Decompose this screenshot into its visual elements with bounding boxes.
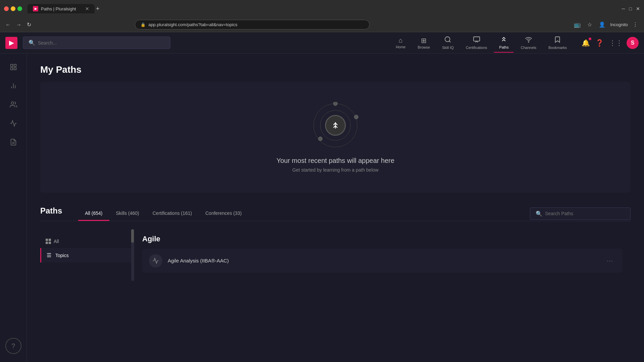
- path-card: Agile Analysis (IIBA®-AAC) ⋯: [142, 249, 623, 273]
- empty-subtitle: Get started by learning from a path belo…: [292, 167, 379, 173]
- new-tab-button[interactable]: +: [96, 5, 100, 12]
- bookmarks-icon: [554, 36, 561, 45]
- nav-browse[interactable]: ⊞ Browse: [412, 34, 435, 52]
- svg-point-3: [528, 42, 529, 42]
- help-button[interactable]: ❓: [594, 38, 605, 48]
- category-sidebar: All ☰ Topics: [40, 229, 134, 281]
- svg-rect-5: [14, 64, 16, 66]
- svg-rect-7: [14, 68, 16, 70]
- scrollbar-thumb[interactable]: [131, 229, 134, 243]
- svg-point-11: [11, 102, 13, 104]
- nav-items: ⌂ Home ⊞ Browse Skill IQ: [390, 33, 572, 53]
- channels-icon: [525, 36, 532, 45]
- svg-line-1: [449, 41, 451, 42]
- svg-point-19: [318, 137, 322, 141]
- nav-home[interactable]: ⌂ Home: [390, 34, 411, 52]
- nav-browse-label: Browse: [418, 45, 430, 49]
- logo-icon: ▶: [9, 39, 14, 47]
- nav-skillio[interactable]: Skill IQ: [437, 33, 459, 52]
- search-input[interactable]: [38, 40, 165, 46]
- content-inner: My Paths: [27, 54, 644, 292]
- path-card-icon: [149, 254, 162, 267]
- sidebar-item-team[interactable]: [5, 97, 21, 113]
- sidebar-help[interactable]: ?: [5, 338, 21, 354]
- sidebar-item-chart[interactable]: [5, 115, 21, 131]
- paths-content: Agile Agile Analysis (IIBA®-AAC) ⋯: [134, 229, 631, 281]
- content: My Paths: [27, 54, 644, 362]
- minimize-btn[interactable]: [11, 6, 15, 11]
- nav-extra: 🔔 ❓ ⋮⋮ S: [580, 37, 639, 49]
- incognito-label: Incognito: [610, 22, 628, 27]
- path-card-title: Agile Analysis (IIBA®-AAC): [168, 258, 229, 263]
- search-bar[interactable]: 🔍: [23, 37, 170, 49]
- topics-list-icon: ☰: [47, 252, 51, 258]
- win-minimize[interactable]: ─: [622, 6, 625, 11]
- browse-icon: ⊞: [421, 37, 427, 45]
- nav-paths-label: Paths: [499, 45, 508, 49]
- svg-rect-2: [473, 37, 479, 41]
- tab-conferences[interactable]: Conferences (33): [199, 206, 248, 221]
- sidebar-item-analytics[interactable]: [5, 78, 21, 94]
- nav-home-label: Home: [396, 45, 406, 49]
- paths-search[interactable]: 🔍: [530, 207, 631, 220]
- maximize-btn[interactable]: [17, 6, 22, 11]
- top-nav: ▶ 🔍 ⌂ Home ⊞ Browse Skill IQ: [0, 32, 644, 54]
- paths-section-title: Paths: [40, 206, 62, 221]
- logo[interactable]: ▶: [5, 37, 17, 49]
- nav-bookmarks-label: Bookmarks: [548, 46, 567, 50]
- search-icon: 🔍: [29, 40, 35, 46]
- scrollbar-track: [131, 229, 134, 281]
- browser-controls: [4, 6, 22, 11]
- bookmark-star-icon[interactable]: ☆: [585, 20, 594, 29]
- close-btn[interactable]: [4, 6, 9, 11]
- apps-grid-button[interactable]: ⋮⋮: [608, 38, 624, 48]
- win-close[interactable]: ✕: [636, 6, 640, 11]
- cast-icon[interactable]: 📺: [572, 20, 583, 29]
- extensions-icon[interactable]: ⋮: [631, 20, 640, 29]
- nav-channels[interactable]: Channels: [515, 33, 541, 52]
- empty-title: Your most recent paths will appear here: [276, 157, 394, 165]
- avatar[interactable]: S: [627, 37, 639, 49]
- notifications-bell[interactable]: 🔔: [580, 38, 591, 48]
- tab-skills[interactable]: Skills (460): [109, 206, 146, 221]
- tab-certifications[interactable]: Certifications (161): [146, 206, 199, 221]
- paths-search-icon: 🔍: [536, 210, 542, 217]
- category-topics[interactable]: ☰ Topics: [40, 248, 134, 262]
- tab-all[interactable]: All (654): [78, 206, 109, 221]
- grid-all-icon: [46, 239, 51, 244]
- orbit-center-circle: [325, 115, 345, 135]
- sidebar-item-dashboard[interactable]: [5, 59, 21, 75]
- refresh-button[interactable]: ↻: [25, 20, 33, 29]
- nav-channels-label: Channels: [521, 46, 536, 50]
- forward-button[interactable]: →: [15, 20, 23, 29]
- profile-icon[interactable]: 👤: [597, 20, 607, 29]
- address-bar[interactable]: 🔒 app.pluralsight.com/paths?tab=all&nav=…: [135, 20, 370, 29]
- tab-title: Paths | Pluralsight: [41, 6, 76, 11]
- my-paths-title: My Paths: [40, 64, 631, 75]
- path-card-more-btn[interactable]: ⋯: [604, 255, 616, 266]
- win-restore[interactable]: □: [629, 6, 632, 11]
- category-topics-label: Topics: [55, 253, 69, 258]
- browser-chrome: ▶ Paths | Pluralsight ✕ + ─ □ ✕: [0, 0, 644, 17]
- paths-search-input[interactable]: [545, 211, 625, 216]
- svg-rect-6: [10, 68, 12, 70]
- svg-rect-4: [10, 64, 12, 66]
- home-icon: ⌂: [399, 37, 403, 44]
- certifications-icon: [473, 36, 480, 45]
- active-tab[interactable]: ▶ Paths | Pluralsight ✕: [28, 4, 95, 13]
- orbit-center-icon: [331, 121, 340, 130]
- sidebar-item-report[interactable]: [5, 134, 21, 150]
- nav-paths[interactable]: Paths: [494, 33, 514, 53]
- main-layout: ? My Paths: [0, 54, 644, 362]
- nav-certifications[interactable]: Certifications: [461, 33, 493, 52]
- paths-header: Paths All (654) Skills (460) Certificati…: [40, 206, 631, 221]
- window-controls: ─ □ ✕: [622, 6, 640, 11]
- tab-bar: ▶ Paths | Pluralsight ✕ +: [28, 4, 100, 13]
- back-button[interactable]: ←: [4, 20, 12, 29]
- nav-bookmarks[interactable]: Bookmarks: [543, 33, 572, 52]
- category-all[interactable]: All: [40, 235, 134, 248]
- paths-list-layout: All ☰ Topics Agile: [40, 229, 631, 281]
- paths-icon: [500, 36, 507, 45]
- tab-close-btn[interactable]: ✕: [85, 6, 89, 11]
- nav-skillio-label: Skill IQ: [442, 46, 454, 50]
